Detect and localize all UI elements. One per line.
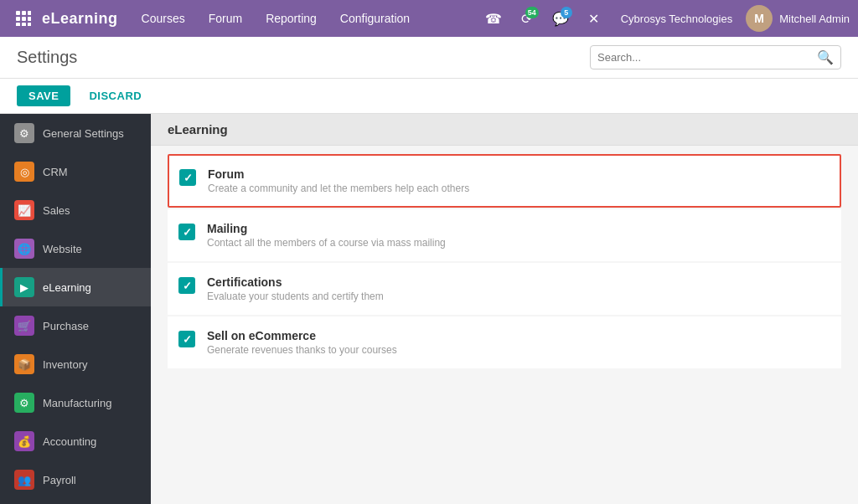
sell-on-ecommerce-description: Generate revenues thanks to your courses bbox=[207, 344, 830, 356]
accounting-label: Accounting bbox=[43, 435, 96, 448]
nav-configuration[interactable]: Configuration bbox=[330, 7, 420, 30]
sales-label: Sales bbox=[43, 204, 70, 217]
message-icon[interactable]: 💬 5 bbox=[547, 5, 574, 32]
crm-icon: ◎ bbox=[14, 162, 34, 182]
inventory-icon: 📦 bbox=[14, 354, 34, 374]
certifications-description: Evaluate your students and certify them bbox=[207, 291, 830, 302]
general-settings-label: General Settings bbox=[43, 127, 124, 140]
mailing-description: Contact all the members of a course via … bbox=[207, 237, 830, 249]
svg-rect-6 bbox=[16, 23, 20, 26]
forum-description: Create a community and let the members h… bbox=[208, 183, 830, 194]
sidebar-item-manufacturing[interactable]: ⚙ Manufacturing bbox=[0, 383, 151, 422]
user-avatar[interactable]: M bbox=[746, 5, 773, 32]
sidebar: ⚙ General Settings ◎ CRM 📈 Sales 🌐 Websi… bbox=[0, 114, 151, 504]
certifications-checkbox[interactable] bbox=[178, 277, 195, 294]
search-icon[interactable]: 🔍 bbox=[817, 49, 834, 65]
sidebar-item-project[interactable]: 📋 Project bbox=[0, 499, 151, 504]
message-badge: 5 bbox=[561, 7, 572, 18]
website-icon: 🌐 bbox=[14, 239, 34, 259]
mailing-checkbox[interactable] bbox=[178, 224, 195, 240]
website-label: Website bbox=[43, 243, 82, 255]
section-header: eLearning bbox=[151, 114, 858, 146]
elearning-icon: ▶ bbox=[14, 277, 34, 297]
page-title: Settings bbox=[17, 48, 77, 67]
manufacturing-label: Manufacturing bbox=[43, 397, 111, 409]
content-area: eLearning Forum Create a community and l… bbox=[151, 114, 858, 504]
save-button[interactable]: SAVE bbox=[17, 85, 70, 106]
sidebar-item-elearning[interactable]: ▶ eLearning bbox=[0, 268, 151, 306]
settings-item-sell-on-ecommerce: Sell on eCommerce Generate revenues than… bbox=[168, 316, 841, 368]
svg-rect-2 bbox=[28, 11, 31, 15]
sidebar-item-sales[interactable]: 📈 Sales bbox=[0, 191, 151, 229]
payroll-label: Payroll bbox=[43, 474, 76, 486]
forum-checkbox[interactable] bbox=[179, 169, 196, 186]
top-navigation: eLearning Courses Forum Reporting Config… bbox=[0, 0, 858, 37]
svg-rect-1 bbox=[22, 11, 26, 15]
crm-label: CRM bbox=[43, 166, 68, 178]
inventory-label: Inventory bbox=[43, 358, 87, 371]
forum-title: Forum bbox=[208, 167, 830, 181]
purchase-label: Purchase bbox=[43, 320, 89, 332]
main-layout: ⚙ General Settings ◎ CRM 📈 Sales 🌐 Websi… bbox=[0, 114, 858, 504]
svg-rect-7 bbox=[22, 23, 26, 26]
username[interactable]: Mitchell Admin bbox=[779, 13, 850, 25]
elearning-label: eLearning bbox=[43, 281, 91, 294]
manufacturing-icon: ⚙ bbox=[14, 393, 34, 413]
purchase-icon: 🛒 bbox=[14, 316, 34, 336]
svg-rect-5 bbox=[28, 17, 31, 21]
nav-courses[interactable]: Courses bbox=[132, 7, 195, 30]
general-settings-icon: ⚙ bbox=[14, 123, 34, 143]
sell-on-ecommerce-title: Sell on eCommerce bbox=[207, 329, 830, 342]
mailing-title: Mailing bbox=[207, 222, 830, 235]
nav-reporting[interactable]: Reporting bbox=[256, 7, 327, 30]
svg-rect-3 bbox=[16, 17, 20, 21]
sidebar-item-purchase[interactable]: 🛒 Purchase bbox=[0, 306, 151, 345]
payroll-icon: 👥 bbox=[14, 470, 34, 490]
settings-item-forum: Forum Create a community and let the mem… bbox=[168, 154, 841, 208]
svg-rect-0 bbox=[16, 11, 20, 15]
close-icon[interactable]: ✕ bbox=[581, 5, 607, 32]
sales-icon: 📈 bbox=[14, 200, 34, 220]
settings-item-certifications: Certifications Evaluate your students an… bbox=[168, 263, 841, 315]
activity-badge: 54 bbox=[525, 7, 539, 18]
accounting-icon: 💰 bbox=[14, 431, 34, 451]
certifications-title: Certifications bbox=[207, 275, 830, 289]
grid-menu-icon[interactable] bbox=[8, 3, 39, 33]
sidebar-item-inventory[interactable]: 📦 Inventory bbox=[0, 345, 151, 383]
search-box[interactable]: 🔍 bbox=[590, 45, 841, 69]
search-input[interactable] bbox=[597, 51, 817, 64]
nav-menu: Courses Forum Reporting Configuration bbox=[132, 7, 480, 30]
nav-forum[interactable]: Forum bbox=[199, 7, 252, 30]
activity-icon[interactable]: ⟳ 54 bbox=[514, 5, 540, 32]
sell-on-ecommerce-checkbox[interactable] bbox=[178, 331, 195, 347]
app-logo: eLearning bbox=[39, 10, 132, 28]
svg-rect-8 bbox=[28, 23, 31, 26]
sidebar-item-website[interactable]: 🌐 Website bbox=[0, 229, 151, 268]
company-name: Cybrosys Technologies bbox=[614, 13, 739, 25]
sidebar-item-payroll[interactable]: 👥 Payroll bbox=[0, 460, 151, 499]
action-bar: SAVE DISCARD bbox=[0, 79, 858, 114]
sidebar-item-crm[interactable]: ◎ CRM bbox=[0, 152, 151, 191]
sidebar-item-general-settings[interactable]: ⚙ General Settings bbox=[0, 114, 151, 152]
discard-button[interactable]: DISCARD bbox=[77, 85, 153, 106]
page-header: Settings 🔍 bbox=[0, 37, 858, 79]
nav-right: ☎ ⟳ 54 💬 5 ✕ Cybrosys Technologies M Mit… bbox=[480, 5, 850, 32]
settings-item-mailing: Mailing Contact all the members of a cou… bbox=[168, 209, 841, 261]
phone-icon[interactable]: ☎ bbox=[480, 5, 507, 32]
settings-list: Forum Create a community and let the mem… bbox=[151, 146, 858, 378]
sidebar-item-accounting[interactable]: 💰 Accounting bbox=[0, 422, 151, 460]
svg-rect-4 bbox=[22, 17, 26, 21]
